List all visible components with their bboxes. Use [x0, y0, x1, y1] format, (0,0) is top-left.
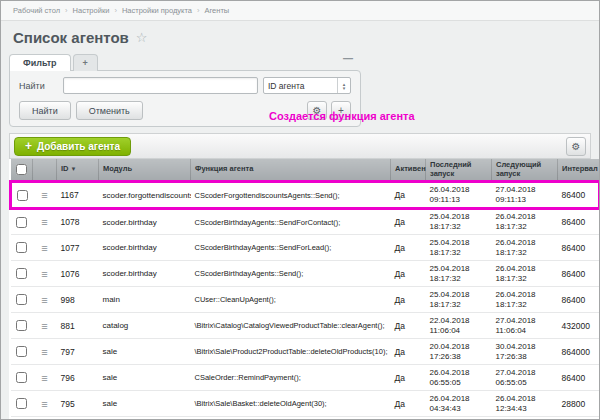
cell-id: 796	[57, 365, 99, 391]
find-button[interactable]: Найти	[19, 101, 71, 120]
cell-next-run: 27.04.201811:06:04	[492, 313, 558, 339]
row-menu-button[interactable]: ≡	[33, 235, 57, 261]
breadcrumb-item[interactable]: Рабочий стол	[13, 6, 60, 15]
cell-module: catalog	[99, 313, 191, 339]
header-active[interactable]: Активен	[391, 159, 426, 182]
cell-next-run: 26.04.201812:34:43	[492, 391, 558, 417]
cell-interval: 28800	[558, 391, 600, 417]
cell-function: CScoderForgottendiscountsAgents::Send();	[191, 182, 391, 209]
cell-active: Да	[391, 261, 426, 287]
breadcrumb-item[interactable]: Настройки	[73, 6, 110, 15]
search-field-select[interactable]: ID агента ▴▾	[263, 77, 351, 94]
row-checkbox[interactable]	[16, 398, 27, 409]
table-row: ≡1167scoder.forgottendiscountsCScoderFor…	[11, 182, 600, 209]
row-menu-button[interactable]: ≡	[33, 209, 57, 235]
cell-id: 1078	[57, 209, 99, 235]
header-interval[interactable]: Интервал	[558, 159, 600, 182]
tab-filter[interactable]: Фильтр	[9, 54, 71, 71]
cell-interval: 86400	[558, 209, 600, 235]
cell-last-run: 25.04.201818:17:32	[426, 235, 492, 261]
search-field-select-value: ID агента	[268, 81, 304, 91]
sort-desc-icon: ▼	[71, 166, 77, 172]
filter-tabs: Фильтр + —	[9, 51, 361, 70]
cell-last-run: 25.04.201818:17:32	[426, 287, 492, 313]
breadcrumb-item[interactable]: Настройки продукта	[122, 6, 192, 15]
agents-table: ID ▼ Модуль Функция агента Активен После…	[9, 159, 600, 420]
table-row: ≡881catalog\Bitrix\Catalog\CatalogViewed…	[11, 313, 600, 339]
header-module[interactable]: Модуль	[99, 159, 191, 182]
cell-module: scoder.birthday	[99, 261, 191, 287]
cell-interval: 86400	[558, 287, 600, 313]
hamburger-icon: ≡	[41, 346, 47, 358]
cell-function: CScoderBirthdayAgents::Send();	[191, 261, 391, 287]
row-select-cell	[11, 365, 33, 391]
header-function[interactable]: Функция агента	[191, 159, 391, 182]
cell-next-run: 27.04.201806:55:05	[492, 365, 558, 391]
row-select-cell	[11, 391, 33, 417]
row-checkbox[interactable]	[16, 268, 27, 279]
cell-next-run: 26.04.201818:17:32	[492, 209, 558, 235]
title-row: Список агентов ☆	[1, 21, 599, 51]
row-select-cell	[11, 339, 33, 365]
hamburger-icon: ≡	[41, 242, 47, 254]
find-field-label: Найти	[19, 81, 63, 91]
row-menu-button[interactable]: ≡	[33, 182, 57, 209]
row-menu-button[interactable]: ≡	[33, 339, 57, 365]
page-title: Список агентов	[13, 29, 129, 46]
row-checkbox[interactable]	[17, 190, 28, 201]
cell-interval: 86400	[558, 235, 600, 261]
cell-id: 797	[57, 339, 99, 365]
select-all-checkbox[interactable]	[16, 164, 27, 175]
header-next-run[interactable]: Следующий запуск	[492, 159, 558, 182]
agents-admin-page: Рабочий стол › Настройки › Настройки про…	[0, 0, 600, 420]
table-row: ≡795sale\Bitrix\Sale\Basket::deleteOldAg…	[11, 391, 600, 417]
cell-interval: 86400	[558, 365, 600, 391]
cell-module: scoder.birthday	[99, 209, 191, 235]
cell-active: Да	[391, 209, 426, 235]
header-id[interactable]: ID ▼	[57, 159, 99, 182]
cell-function: \Bitrix\Sale\Product2ProductTable::delet…	[191, 339, 391, 365]
row-menu-button[interactable]: ≡	[33, 261, 57, 287]
grid-settings-button[interactable]: ⚙	[566, 137, 586, 156]
header-last-run[interactable]: Последний запуск	[426, 159, 492, 182]
table-row: ≡1078scoder.birthdayCScoderBirthdayAgent…	[11, 209, 600, 235]
cancel-button[interactable]: Отменить	[76, 101, 143, 120]
row-checkbox[interactable]	[16, 217, 27, 228]
cell-active: Да	[391, 313, 426, 339]
table-header-row: ID ▼ Модуль Функция агента Активен После…	[11, 159, 600, 182]
cell-function: CUser::CleanUpAgent();	[191, 287, 391, 313]
row-checkbox[interactable]	[16, 320, 27, 331]
row-checkbox[interactable]	[16, 242, 27, 253]
table-row: ≡1076scoder.birthdayCScoderBirthdayAgent…	[11, 261, 600, 287]
row-checkbox[interactable]	[16, 346, 27, 357]
row-select-cell	[11, 209, 33, 235]
select-all-header	[11, 159, 33, 182]
row-select-cell	[11, 287, 33, 313]
cell-interval: 86400	[558, 182, 600, 209]
row-checkbox[interactable]	[16, 372, 27, 383]
row-checkbox[interactable]	[16, 294, 27, 305]
add-filter-tab-button[interactable]: +	[73, 54, 98, 71]
cell-module: scoder.forgottendiscounts	[99, 182, 191, 209]
cell-active: Да	[391, 339, 426, 365]
row-menu-button[interactable]: ≡	[33, 391, 57, 417]
cell-id: 1076	[57, 261, 99, 287]
row-menu-button[interactable]: ≡	[33, 287, 57, 313]
breadcrumb-separator: ›	[197, 6, 200, 15]
collapse-filter-button[interactable]: —	[343, 53, 353, 64]
add-agent-button[interactable]: + Добавить агента	[14, 137, 131, 156]
agents-table-body: ≡1167scoder.forgottendiscountsCScoderFor…	[11, 182, 600, 420]
row-menu-button[interactable]: ≡	[33, 313, 57, 339]
breadcrumb-separator: ›	[114, 6, 117, 15]
hamburger-icon: ≡	[41, 372, 47, 384]
cell-active: Да	[391, 182, 426, 209]
favorite-star-icon[interactable]: ☆	[136, 30, 148, 45]
hamburger-icon: ≡	[41, 398, 47, 410]
cell-id: 795	[57, 391, 99, 417]
cell-next-run: 26.04.201818:17:32	[492, 261, 558, 287]
search-input[interactable]	[63, 77, 258, 94]
row-select-cell	[11, 261, 33, 287]
cell-active: Да	[391, 287, 426, 313]
row-menu-button[interactable]: ≡	[33, 365, 57, 391]
breadcrumb-separator: ›	[65, 6, 68, 15]
